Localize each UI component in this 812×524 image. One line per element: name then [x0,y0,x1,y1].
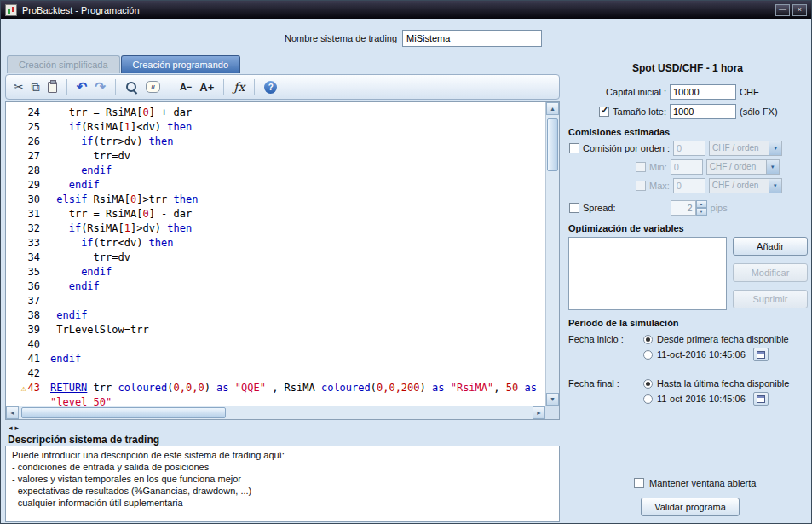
help-icon[interactable]: ? [264,81,277,94]
scroll-up-icon[interactable]: ▲ [546,102,559,115]
description-text[interactable]: Puede introducir una descripción de este… [5,446,560,522]
close-button[interactable]: × [792,4,807,16]
tab-simplified-creation[interactable]: Creación simplificada [7,55,120,73]
code-line-text[interactable]: if(trr<dv) then [45,236,545,250]
keep-window-open-checkbox[interactable] [634,478,644,488]
code-line[interactable]: 28 endif [6,164,545,178]
code-line[interactable]: ⚠43RETURN trr coloured(0,0,0) as "QQE" ,… [6,381,545,406]
code-line[interactable]: 30 elsif RsiMA[0]>trr then [6,193,545,207]
chevron-down-icon[interactable]: ▼ [769,179,781,193]
code-line-text[interactable]: endif [45,308,545,323]
code-line-text[interactable]: endif [45,265,545,279]
function-icon[interactable]: ƒx [233,80,245,94]
code-line-text[interactable] [45,337,545,352]
code-line[interactable]: 29 endif [6,178,545,193]
code-line-text[interactable]: endif [45,164,545,178]
commission-min-input[interactable] [671,159,703,175]
comment-icon[interactable]: // [146,81,160,93]
redo-icon[interactable]: ↷ [95,79,106,95]
code-line-text[interactable]: RETURN trr coloured(0,0,0) as "QQE" , Rs… [45,381,545,406]
decrease-font-icon[interactable]: A− [180,82,192,92]
commission-min-checkbox[interactable] [636,162,646,172]
code-line[interactable]: 42 [6,366,545,381]
tab-programmed-creation[interactable]: Creación programando [121,55,241,73]
commission-max-checkbox[interactable] [636,181,646,191]
code-line[interactable]: 36 endif [6,279,545,294]
cut-icon[interactable]: ✂ [14,80,24,94]
end-last-available-radio[interactable] [643,379,653,389]
copy-icon[interactable]: ⧉ [32,80,40,95]
scroll-left-icon[interactable]: ◄ [6,406,19,419]
search-icon[interactable] [125,81,138,94]
minimize-button[interactable]: — [775,4,790,16]
code-line[interactable]: 26 if(trr>dv) then [6,135,545,149]
code-line[interactable]: 38 endif [6,308,545,323]
code-line-text[interactable]: if(RsiMA[1]<dv) then [45,120,545,135]
code-line[interactable]: 24 trr = RsiMA[0] + dar [6,106,545,120]
code-line-text[interactable]: endif [45,279,545,294]
code-line[interactable]: 35 endif [6,265,545,279]
system-name-input[interactable] [402,30,542,47]
vertical-scrollbar[interactable]: ▲ ▼ [545,102,559,406]
code-line-text[interactable] [45,366,545,381]
code-line-text[interactable]: endif [45,178,545,193]
code-line-text[interactable] [45,294,545,308]
code-line-text[interactable]: elsif RsiMA[0]>trr then [45,193,545,207]
chevron-down-icon[interactable]: ▼ [769,141,781,155]
spread-input[interactable] [671,200,696,216]
paste-icon[interactable] [48,82,57,93]
code-line-text[interactable]: if(RsiMA[1]>dv) then [45,222,545,236]
code-line[interactable]: 34 trr=dv [6,250,545,265]
undo-icon[interactable]: ↶ [77,79,88,95]
commission-unit-dropdown[interactable]: CHF / orden ▼ [709,141,782,156]
commission-checkbox[interactable] [569,143,579,153]
code-line-text[interactable]: if(trr>dv) then [45,135,545,149]
end-custom-date-radio[interactable] [643,394,653,404]
code-line-text[interactable]: endif [45,352,545,366]
variables-listbox[interactable] [568,237,727,310]
capital-input[interactable] [670,84,736,100]
spinner-up-icon[interactable]: ▲ [696,200,707,208]
lot-size-input[interactable] [670,104,736,119]
code-line[interactable]: 27 trr=dv [6,149,545,164]
code-line[interactable]: 37 [6,294,545,308]
code-line-text[interactable]: trr=dv [45,149,545,164]
code-line[interactable]: 33 if(trr<dv) then [6,236,545,250]
increase-font-icon[interactable]: A+ [199,81,214,94]
chevron-down-icon[interactable]: ▼ [766,160,779,174]
code-line[interactable]: 40 [6,337,545,352]
panel-splitter[interactable]: ◂ ▸ [5,423,560,433]
scroll-right-icon[interactable]: ► [533,406,545,419]
code-line-text[interactable]: trr = RsiMA[0] - dar [45,207,545,222]
commission-input[interactable] [673,141,705,156]
code-line[interactable]: 31 trr = RsiMA[0] - dar [6,207,545,222]
splitter-expand-icon[interactable]: ▸ [15,423,20,432]
end-calendar-button[interactable] [753,392,769,406]
code-line[interactable]: 39 TrLevelSlow=trr [6,323,545,337]
vertical-scroll-thumb[interactable] [547,118,558,171]
scroll-down-icon[interactable]: ▼ [546,393,559,406]
code-lines[interactable]: 24 trr = RsiMA[0] + dar25 if(RsiMA[1]<dv… [6,102,545,406]
validate-program-button[interactable]: Validar programa [641,498,740,516]
code-line[interactable]: 32 if(RsiMA[1]>dv) then [6,222,545,236]
modify-variable-button[interactable]: Modificar [733,263,808,282]
code-line[interactable]: 41endif [6,352,545,366]
horizontal-scrollbar[interactable]: ◄ ► [6,406,545,419]
start-calendar-button[interactable] [753,348,769,361]
commission-max-input[interactable] [673,178,705,193]
spread-stepper[interactable]: ▲ ▼ [671,200,707,216]
splitter-collapse-icon[interactable]: ◂ [9,423,13,432]
spread-checkbox[interactable] [569,203,579,213]
code-line-text[interactable]: trr=dv [45,250,545,265]
start-first-available-radio[interactable] [643,335,653,344]
spinner-down-icon[interactable]: ▼ [696,208,707,216]
code-editor[interactable]: 24 trr = RsiMA[0] + dar25 if(RsiMA[1]<dv… [5,101,560,420]
add-variable-button[interactable]: Añadir [733,237,808,256]
delete-variable-button[interactable]: Suprimir [733,290,808,308]
commission-max-unit-dropdown[interactable]: CHF / orden ▼ [709,178,782,193]
start-custom-date-radio[interactable] [643,350,653,360]
lot-size-checkbox[interactable] [599,107,609,117]
code-line[interactable]: 25 if(RsiMA[1]<dv) then [6,120,545,135]
code-line-text[interactable]: trr = RsiMA[0] + dar [45,106,545,120]
code-line-text[interactable]: TrLevelSlow=trr [45,323,545,337]
